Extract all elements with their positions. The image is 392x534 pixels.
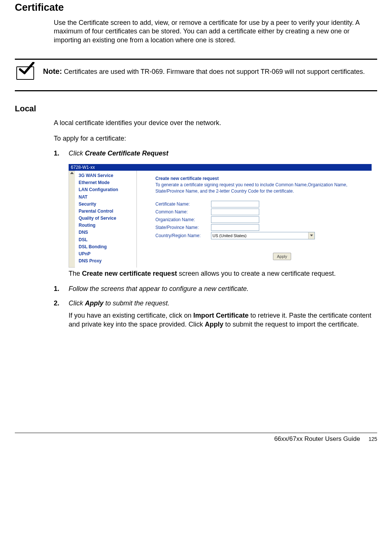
input-certificate-name[interactable] (211, 201, 259, 207)
label-organization-name: Organization Name: (155, 217, 211, 222)
sidebar-item[interactable]: LAN Configuration (79, 186, 134, 193)
page-number: 125 (369, 436, 377, 442)
sidebar-item[interactable]: DSL Bonding (79, 243, 134, 250)
apply-intro: To apply for a certificate: (54, 134, 372, 143)
window-titlebar: 6728-W1-xx (69, 164, 372, 171)
step-number: 1. (54, 285, 69, 293)
sidebar-item[interactable]: Routing (79, 222, 134, 229)
input-organization-name[interactable] (211, 216, 259, 223)
sidebar-item[interactable]: DSL (79, 236, 134, 243)
note-label: Note: (43, 67, 62, 75)
select-value: US (United States) (211, 233, 308, 238)
label-common-name: Common Name: (155, 209, 211, 214)
sidebar-item[interactable]: UPnP (79, 250, 134, 258)
step-number: 2. (54, 299, 69, 307)
label-country-region: Country/Region Name: (155, 233, 211, 238)
step-text: Click Apply to submit the request. (69, 299, 169, 307)
sidebar-item[interactable]: Quality of Service (79, 215, 134, 222)
input-common-name[interactable] (211, 209, 259, 215)
screenshot-caption: The Create new certificate request scree… (69, 269, 372, 278)
input-state-province[interactable] (211, 224, 259, 231)
sidebar-menu: 3G WAN Service Ethernet Mode LAN Configu… (75, 171, 136, 268)
page-footer: 66xx/67xx Router Users Guide 125 (15, 433, 377, 443)
step-text: Click Create Certificate Request (69, 150, 168, 157)
embedded-screenshot: 6728-W1-xx 3G WAN Service Ethernet Mode … (69, 164, 372, 268)
select-country-region[interactable]: US (United States) (211, 232, 315, 239)
note-body: Certificates are used with TR-069. Firmw… (64, 68, 365, 75)
sidebar-item[interactable]: 3G WAN Service (79, 172, 134, 179)
form-description: To generate a certificate signing reques… (155, 182, 364, 195)
page-heading: Certificate (15, 0, 377, 13)
section-heading-local: Local (15, 104, 377, 114)
checkmark-icon (16, 66, 34, 80)
sidebar-item[interactable]: Security (79, 201, 134, 208)
scroll-up-icon[interactable] (70, 172, 74, 174)
label-certificate-name: Certificate Name: (155, 202, 211, 207)
intro-paragraph: Use the Certificate screen to add, view,… (54, 19, 372, 45)
step-text: Follow the screens that appear to config… (69, 285, 248, 293)
horizontal-rule (15, 90, 377, 91)
scrollbar[interactable] (69, 171, 75, 268)
form-title: Create new certificate request (155, 176, 364, 181)
sidebar-item[interactable]: DNS Proxy (79, 258, 134, 265)
step-number: 1. (54, 150, 69, 157)
local-paragraph: A local certificate identifies your devi… (54, 119, 372, 127)
note-text: Note: Certificates are used with TR-069.… (43, 66, 365, 76)
horizontal-rule (15, 59, 377, 60)
sidebar-item[interactable]: NAT (79, 194, 134, 201)
footer-title: 66xx/67xx Router Users Guide (274, 435, 360, 442)
chevron-down-icon[interactable] (308, 232, 314, 239)
sidebar-item[interactable]: DNS (79, 229, 134, 236)
apply-button[interactable]: Apply (273, 253, 291, 260)
label-state-province: State/Province Name: (155, 225, 211, 230)
sidebar-item[interactable]: Ethernet Mode (79, 179, 134, 186)
sidebar-item[interactable]: Parental Control (79, 208, 134, 215)
import-paragraph: If you have an existing certificate, cli… (69, 311, 372, 329)
